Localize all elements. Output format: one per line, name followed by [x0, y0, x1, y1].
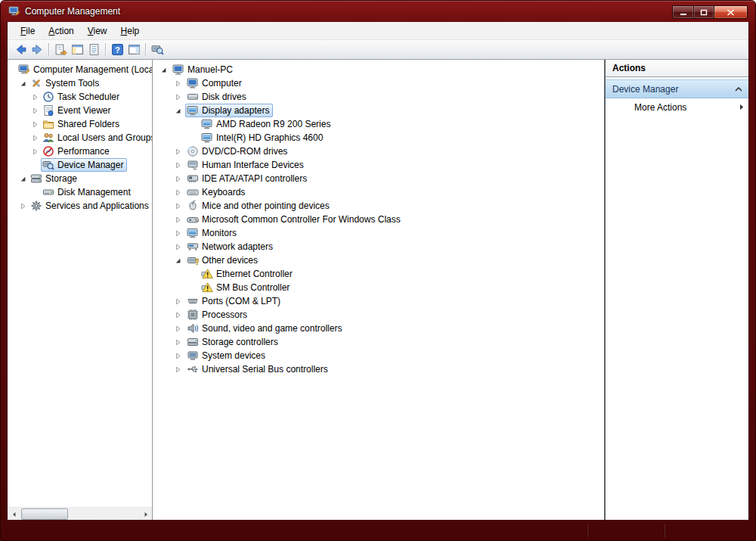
- expand-triangle-icon[interactable]: [175, 148, 185, 155]
- collapse-triangle-icon[interactable]: [160, 67, 171, 73]
- device-tree-pane: Manuel-PCComputerDisk drivesDisplay adap…: [153, 60, 604, 520]
- tree-item-event-viewer[interactable]: Event Viewer: [8, 104, 152, 117]
- expand-triangle-icon[interactable]: [175, 176, 185, 182]
- tree-item-sm-bus-controller[interactable]: SM Bus Controller: [153, 281, 604, 294]
- more-actions-button[interactable]: More Actions: [606, 98, 748, 116]
- menu-file[interactable]: File: [14, 23, 42, 39]
- tree-item-other-devices[interactable]: ?Other devices: [153, 253, 604, 267]
- expand-triangle-icon[interactable]: [175, 244, 185, 250]
- expand-triangle-icon[interactable]: [175, 366, 185, 373]
- status-bar: [1, 520, 755, 541]
- export-list-button[interactable]: [52, 42, 69, 58]
- actions-section-device-manager[interactable]: Device Manager: [606, 79, 748, 98]
- expand-triangle-icon[interactable]: [32, 148, 41, 155]
- expand-triangle-icon[interactable]: [175, 325, 185, 332]
- event-viewer-icon: [42, 104, 54, 117]
- hid-device-icon: [187, 159, 199, 171]
- device-tree: Manuel-PCComputerDisk drivesDisplay adap…: [153, 60, 604, 376]
- expand-triangle-icon[interactable]: [32, 94, 41, 101]
- tree-item-sound-video-and-game-controllers[interactable]: Sound, video and game controllers: [153, 322, 604, 335]
- expand-triangle-icon[interactable]: [175, 353, 185, 359]
- tree-item-label: Ports (COM & LPT): [202, 296, 280, 306]
- show-action-pane-button[interactable]: [125, 42, 142, 58]
- maximize-button[interactable]: [693, 5, 714, 19]
- tree-item-ethernet-controller[interactable]: Ethernet Controller: [153, 267, 604, 281]
- row-content: Shared Folders: [41, 117, 123, 131]
- scan-hardware-changes-button[interactable]: [149, 42, 166, 58]
- help-button[interactable]: ?: [109, 42, 125, 58]
- collapse-triangle-icon[interactable]: [175, 107, 185, 114]
- tree-item-storage[interactable]: Storage: [8, 172, 152, 185]
- show-console-tree-button[interactable]: [69, 42, 85, 58]
- back-button[interactable]: [12, 42, 29, 58]
- tree-item-shared-folders[interactable]: Shared Folders: [8, 117, 152, 131]
- tree-item-label: System devices: [202, 350, 265, 361]
- tree-item-manuel-pc[interactable]: Manuel-PC: [153, 63, 604, 76]
- scroll-right-button[interactable]: [139, 508, 152, 520]
- expand-triangle-icon[interactable]: [175, 162, 185, 169]
- tree-item-intel-r-hd-graphics-4600[interactable]: Intel(R) HD Graphics 4600: [153, 131, 604, 145]
- tree-item-display-adapters[interactable]: Display adapters: [153, 104, 604, 117]
- forward-button[interactable]: [29, 42, 45, 58]
- scrollbar-thumb[interactable]: [21, 508, 68, 520]
- expand-triangle-icon[interactable]: [175, 230, 185, 237]
- tree-item-device-manager[interactable]: Device Manager: [8, 158, 152, 172]
- tree-item-amd-radeon-r9-200-series[interactable]: AMD Radeon R9 200 Series: [153, 117, 604, 131]
- collapse-triangle-icon[interactable]: [20, 176, 29, 182]
- horizontal-scrollbar[interactable]: [8, 507, 152, 520]
- tree-item-label: Monitors: [202, 228, 237, 238]
- tree-item-local-users-and-groups[interactable]: Local Users and Groups: [8, 131, 152, 145]
- computer-management-icon: [18, 64, 30, 76]
- expand-triangle-icon[interactable]: [175, 189, 185, 196]
- close-button[interactable]: [714, 5, 748, 19]
- tree-item-universal-serial-bus-controllers[interactable]: Universal Serial Bus controllers: [153, 362, 604, 376]
- tree-item-monitors[interactable]: Monitors: [153, 226, 604, 240]
- tree-item-label: Other devices: [202, 255, 258, 266]
- tree-item-label: Disk Management: [57, 187, 131, 197]
- tree-item-system-devices[interactable]: System devices: [153, 349, 604, 362]
- toolbar-separator: [105, 43, 106, 56]
- tree-item-label: Computer Management (Local): [33, 64, 152, 75]
- tree-item-keyboards[interactable]: Keyboards: [153, 185, 604, 199]
- tree-item-storage-controllers[interactable]: Storage controllers: [153, 335, 604, 349]
- tree-item-computer[interactable]: Computer: [153, 76, 604, 90]
- expand-triangle-icon[interactable]: [175, 203, 185, 210]
- scroll-left-button[interactable]: [8, 508, 20, 520]
- expand-triangle-icon[interactable]: [175, 94, 185, 101]
- expand-triangle-icon[interactable]: [175, 298, 185, 305]
- expand-triangle-icon[interactable]: [175, 80, 185, 87]
- tree-item-ide-ata-atapi-controllers[interactable]: IDE ATA/ATAPI controllers: [153, 172, 604, 185]
- tree-item-task-scheduler[interactable]: Task Scheduler: [8, 90, 152, 104]
- tree-item-human-interface-devices[interactable]: Human Interface Devices: [153, 158, 604, 172]
- tree-item-computer-management-local[interactable]: Computer Management (Local): [8, 63, 152, 76]
- tree-item-services-and-applications[interactable]: Services and Applications: [8, 199, 152, 213]
- menu-help[interactable]: Help: [114, 23, 147, 39]
- expand-triangle-icon[interactable]: [175, 339, 185, 346]
- tree-item-network-adapters[interactable]: Network adapters: [153, 240, 604, 253]
- expand-triangle-icon[interactable]: [175, 216, 185, 223]
- tree-item-disk-management[interactable]: Disk Management: [8, 185, 152, 199]
- tree-item-dvd-cd-rom-drives[interactable]: DVD/CD-ROM drives: [153, 145, 604, 158]
- tree-item-performance[interactable]: Performance: [8, 145, 152, 158]
- tree-item-disk-drives[interactable]: Disk drives: [153, 90, 604, 104]
- row-content: Sound, video and game controllers: [185, 322, 345, 335]
- properties-button[interactable]: [85, 42, 102, 58]
- menu-view[interactable]: View: [81, 23, 114, 39]
- tree-item-mice-and-other-pointing-devices[interactable]: Mice and other pointing devices: [153, 199, 604, 213]
- menu-action[interactable]: Action: [42, 23, 80, 39]
- title-bar[interactable]: Computer Management: [1, 1, 755, 22]
- tree-item-microsoft-common-controller-for-windows-class[interactable]: Microsoft Common Controller For Windows …: [153, 213, 604, 226]
- expand-triangle-icon[interactable]: [32, 135, 41, 141]
- collapse-chevron-icon[interactable]: [735, 87, 742, 92]
- tree-item-ports-com-lpt[interactable]: Ports (COM & LPT): [153, 294, 604, 308]
- collapse-triangle-icon[interactable]: [20, 80, 29, 87]
- expand-triangle-icon[interactable]: [20, 203, 29, 210]
- expand-triangle-icon[interactable]: [175, 312, 185, 319]
- tree-item-label: DVD/CD-ROM drives: [202, 146, 287, 157]
- expand-triangle-icon[interactable]: [32, 107, 41, 114]
- collapse-triangle-icon[interactable]: [175, 257, 185, 264]
- minimize-button[interactable]: [672, 5, 694, 19]
- tree-item-system-tools[interactable]: System Tools: [8, 76, 152, 90]
- expand-triangle-icon[interactable]: [32, 121, 41, 128]
- tree-item-processors[interactable]: Processors: [153, 308, 604, 322]
